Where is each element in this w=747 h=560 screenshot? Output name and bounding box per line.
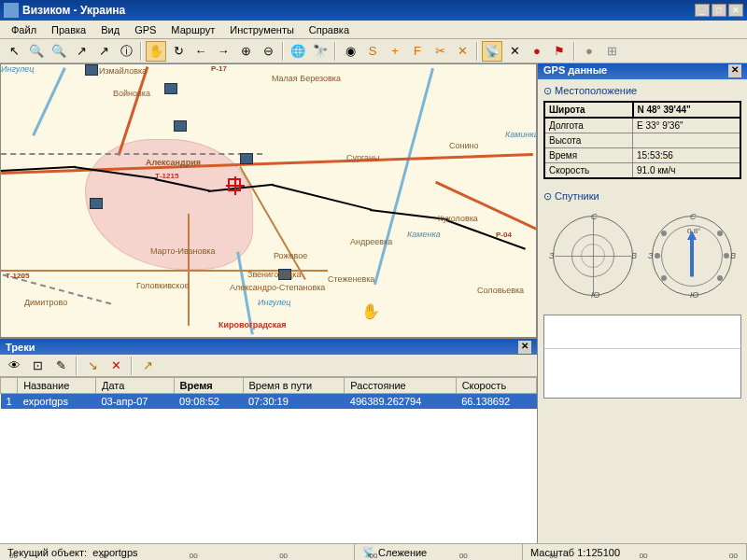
record-icon[interactable]: ● [527, 41, 547, 62]
town-label: Войновка [113, 89, 150, 98]
tracks-eye-icon[interactable]: 👁 [4, 356, 24, 376]
pointer-tool-icon[interactable]: ↖ [4, 41, 24, 62]
col-speed[interactable]: Скорость [456, 378, 536, 394]
table-row[interactable]: 1 exportgps 03-апр-07 09:08:52 07:30:19 … [1, 394, 537, 410]
menu-route[interactable]: Маршрут [163, 22, 222, 37]
info-tool-icon[interactable]: ⓘ [116, 41, 136, 62]
menu-edit[interactable]: Правка [44, 22, 93, 37]
tracks-edit-icon[interactable]: ✎ [50, 356, 71, 376]
town-label: Александро-Степановка [230, 283, 325, 292]
maximize-button[interactable]: □ [712, 4, 726, 17]
zoom-in-icon[interactable]: 🔍 [26, 41, 47, 62]
tracks-view-icon[interactable]: ⊡ [27, 356, 48, 376]
tracks-panel: Треки ✕ 👁 ⊡ ✎ ↘ ✕ ↗ Название Дата [0, 338, 537, 543]
town-label: Малая Березовка [272, 74, 341, 83]
poi-icon[interactable] [90, 198, 103, 209]
menu-help[interactable]: Справка [302, 22, 357, 37]
grid-icon[interactable]: ⊞ [601, 41, 622, 62]
gps-panel-title: GPS данные [543, 64, 728, 78]
refresh-icon[interactable]: ↻ [168, 41, 189, 62]
tracks-tool1-icon[interactable]: ↘ [82, 356, 103, 376]
tracks-tool2-icon[interactable]: ↗ [137, 356, 158, 376]
town-label: Александрия [146, 158, 201, 167]
town-label: Кировоградская [218, 320, 287, 329]
zoom-plus-icon[interactable]: ⊕ [235, 41, 256, 62]
minimize-button[interactable]: _ [695, 4, 710, 17]
town-label: Сурганы [346, 153, 379, 162]
map-canvas[interactable]: ✋ Измайловка Малая Березовка Войновка Со… [0, 63, 537, 338]
world-icon[interactable]: 🌐 [288, 41, 308, 62]
titlebar: Визиком - Украина _ □ ✕ [0, 0, 747, 21]
menu-view[interactable]: Вид [93, 22, 127, 37]
flag-icon[interactable]: ⚑ [549, 41, 570, 62]
col-num[interactable] [1, 378, 18, 394]
poi-icon[interactable] [240, 153, 253, 164]
tracks-panel-title: Треки [6, 342, 518, 353]
river-label: Ингулец [258, 298, 290, 307]
route-x-icon[interactable]: ✕ [452, 41, 472, 62]
poi-icon[interactable] [174, 120, 187, 132]
hand-cursor-icon: ✋ [361, 302, 380, 320]
forward-icon[interactable]: → [213, 41, 233, 62]
col-distance[interactable]: Расстояние [345, 378, 456, 394]
town-label: Измайловка [99, 66, 147, 76]
menu-file[interactable]: Файл [4, 22, 44, 37]
menu-gps[interactable]: GPS [127, 22, 163, 37]
town-label: Марто-Ивановка [150, 246, 216, 256]
app-icon [4, 3, 19, 18]
satellite-icon[interactable]: 📡 [482, 41, 502, 62]
col-duration[interactable]: Время в пути [243, 378, 345, 394]
col-time[interactable]: Время [174, 378, 243, 394]
satellite-signal-graph [543, 315, 741, 399]
compass-dial: 0.8° С Ю З В [650, 214, 734, 298]
satellite-sky-plot: С Ю З В [551, 214, 635, 298]
pan-tool-icon[interactable]: ✋ [146, 41, 166, 62]
col-date[interactable]: Дата [95, 378, 174, 394]
zoom-out-icon[interactable]: 🔍 [49, 41, 69, 62]
road-label: Р-17 [211, 64, 227, 73]
tracks-delete-icon[interactable]: ✕ [106, 356, 126, 376]
location-table: ШиротаN 48° 39'44" ДолготаE 33° 9'36" Вы… [543, 101, 741, 179]
gps-panel: GPS данные ✕ Местоположение ШиротаN 48° … [537, 63, 747, 543]
town-label: Звенигородка [247, 270, 301, 279]
satellites-section-header: Спутники [543, 190, 741, 206]
town-label: Куколовка [438, 214, 478, 223]
toolbar: ↖ 🔍 🔍 ↗ ↗ ⓘ ✋ ↻ ← → ⊕ ⊖ 🌐 🔭 ◉ S + F ✂ ✕ … [0, 39, 747, 63]
col-name[interactable]: Название [18, 378, 96, 394]
binoculars-icon[interactable]: 🔭 [310, 41, 331, 62]
tracks-panel-close[interactable]: ✕ [518, 341, 531, 354]
tracks-table[interactable]: Название Дата Время Время в пути Расстоя… [0, 377, 537, 543]
route-clear-icon[interactable]: ✂ [430, 41, 450, 62]
menu-tools[interactable]: Инструменты [222, 22, 302, 37]
back-icon[interactable]: ← [190, 41, 211, 62]
river-label: Каминка [505, 130, 537, 139]
poi-icon[interactable] [85, 64, 98, 76]
graph-axis-labels: 000000000000000000 [0, 552, 747, 560]
route-s-icon[interactable]: S [362, 41, 383, 62]
town-label: Димитрово [24, 298, 67, 307]
grey-dot-icon[interactable]: ● [579, 41, 599, 62]
location-section-header: Местоположение [543, 85, 741, 101]
route-f-icon[interactable]: F [407, 41, 428, 62]
poi-icon[interactable] [164, 83, 177, 94]
route-start-icon[interactable]: ◉ [340, 41, 360, 62]
road-label: Р-04 [496, 231, 512, 239]
arrow-tool-icon[interactable]: ↗ [71, 41, 92, 62]
road-label: Т-1215 [155, 172, 178, 180]
town-label: Головкивское [136, 281, 189, 290]
arrow2-tool-icon[interactable]: ↗ [93, 41, 114, 62]
town-label: Сонино [449, 141, 478, 150]
window-title: Визиком - Украина [22, 4, 695, 17]
town-label: Соловьевка [477, 286, 524, 295]
town-label: Рожевое [274, 251, 307, 260]
town-label: Стеженевка [328, 274, 374, 284]
gps-panel-close[interactable]: ✕ [728, 64, 741, 77]
town-label: Андреевка [350, 237, 392, 246]
close-button[interactable]: ✕ [728, 4, 743, 17]
route-plus-icon[interactable]: + [385, 41, 405, 62]
crosshair-marker [228, 178, 241, 191]
road-label: Т-1205 [6, 272, 29, 280]
river-label: Ингулец [1, 64, 34, 74]
sat-x-icon[interactable]: ✕ [504, 41, 525, 62]
zoom-minus-icon[interactable]: ⊖ [258, 41, 278, 62]
